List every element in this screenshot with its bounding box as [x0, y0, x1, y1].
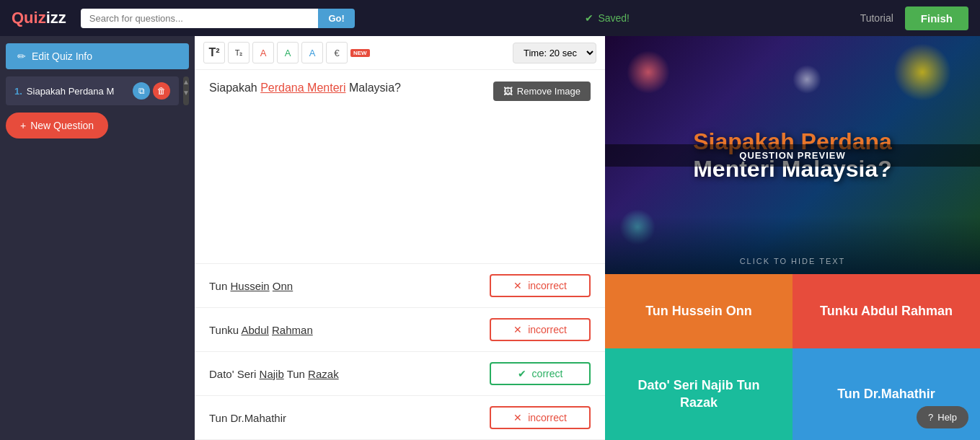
new-badge: NEW [350, 49, 370, 57]
edit-quiz-label: Edit Quiz Info [32, 50, 92, 62]
preview-background: QUESTION PREVIEW Siapakah Perdana Menter… [605, 36, 980, 274]
answer-badge-2[interactable]: ✕ incorrect [490, 318, 591, 341]
edit-quiz-button[interactable]: ✏ Edit Quiz Info [6, 43, 189, 69]
answer-status-2: incorrect [528, 324, 567, 335]
answer-status-3: correct [532, 368, 563, 379]
copy-question-button[interactable]: ⧉ [133, 82, 150, 100]
question-text-after: Malaysia? [345, 82, 400, 94]
incorrect-icon-4: ✕ [513, 412, 522, 423]
incorrect-icon-1: ✕ [513, 280, 522, 291]
firework-2 [893, 43, 951, 101]
preview-header: QUESTION PREVIEW [605, 144, 980, 167]
help-button[interactable]: ? Help [917, 406, 968, 428]
preview-image-container: QUESTION PREVIEW Siapakah Perdana Menter… [605, 36, 980, 274]
main-area: ✏ Edit Quiz Info 1. Siapakah Perdana M ⧉… [0, 36, 980, 440]
answer-badge-1[interactable]: ✕ incorrect [490, 274, 591, 297]
answer-row: Tun Hussein Onn ✕ incorrect [195, 264, 605, 308]
navbar-right: Tutorial Finish [860, 6, 968, 30]
editor-toolbar: T² T₂ A A A € NEW Time: 5 sec Time: 10 s… [195, 36, 605, 70]
help-circle-icon: ? [928, 412, 933, 423]
help-label: Help [937, 412, 957, 423]
scroll-up-icon: ▲ [181, 76, 191, 87]
answer-badge-4[interactable]: ✕ incorrect [490, 406, 591, 429]
check-saved-icon: ✔ [585, 12, 593, 24]
sidebar-scrollbar: ▲ ▼ [183, 76, 189, 105]
preview-answer-2: Tunku Abdul Rahman [793, 274, 980, 348]
preview-answer-3: Dato' Seri Najib Tun Razak [605, 348, 793, 440]
answer-status-4: incorrect [528, 412, 567, 423]
editor-panel: T² T₂ A A A € NEW Time: 5 sec Time: 10 s… [195, 36, 605, 440]
time-select[interactable]: Time: 5 sec Time: 10 sec Time: 20 sec Ti… [513, 43, 596, 63]
question-actions: ⧉ 🗑 [133, 82, 170, 100]
answer-status-1: incorrect [528, 280, 567, 291]
preview-panel: QUESTION PREVIEW Siapakah Perdana Menter… [605, 36, 980, 440]
finish-button[interactable]: Finish [905, 6, 968, 30]
firework-4 [793, 65, 821, 94]
search-go-button[interactable]: Go! [318, 9, 354, 28]
logo-q: Quiz [12, 9, 46, 27]
saved-label: Saved! [598, 12, 630, 24]
answers-section: Tun Hussein Onn ✕ incorrect Tunku Abdul … [195, 263, 605, 440]
font-color-blue-button[interactable]: A [301, 42, 323, 63]
answer-row: Tunku Abdul Rahman ✕ incorrect [195, 308, 605, 352]
remove-image-label: Remove Image [517, 86, 581, 97]
logo: Quizizz [12, 9, 66, 27]
editor-content: 🖼 Remove Image Siapakah Perdana Menteri … [195, 70, 605, 263]
incorrect-icon-2: ✕ [513, 324, 522, 335]
new-question-label: New Question [30, 120, 94, 131]
text-large-button[interactable]: T² [203, 42, 225, 63]
answer-text-4: Tun Dr.Mahathir [209, 412, 478, 424]
preview-answer-1: Tun Hussein Onn [605, 274, 793, 348]
question-text-before: Siapakah [209, 82, 260, 94]
special-char-button[interactable]: € [326, 42, 348, 63]
saved-status: ✔ Saved! [355, 12, 860, 24]
answer-row: Dato' Seri Najib Tun Razak ✔ correct [195, 352, 605, 396]
answer-row: Tun Dr.Mahathir ✕ incorrect [195, 396, 605, 440]
click-hide-text[interactable]: CLICK TO HIDE TEXT [740, 257, 846, 265]
search-input[interactable] [81, 9, 319, 28]
question-highlight: Perdana Menteri [260, 82, 345, 94]
font-color-red-button[interactable]: A [252, 42, 274, 63]
correct-icon-3: ✔ [518, 368, 526, 379]
edit-icon: ✏ [17, 50, 26, 62]
question-list-item[interactable]: 1. Siapakah Perdana M ⧉ 🗑 [6, 76, 179, 105]
font-color-green-button[interactable]: A [277, 42, 299, 63]
question-preview-text: Siapakah Perdana M [27, 86, 128, 97]
delete-question-button[interactable]: 🗑 [153, 82, 170, 100]
sidebar: ✏ Edit Quiz Info 1. Siapakah Perdana M ⧉… [0, 36, 195, 440]
answer-text-3: Dato' Seri Najib Tun Razak [209, 368, 478, 380]
answer-text-2: Tunku Abdul Rahman [209, 324, 478, 336]
tutorial-button[interactable]: Tutorial [860, 12, 893, 24]
search-bar: Go! [81, 9, 355, 28]
answer-text-1: Tun Hussein Onn [209, 280, 478, 292]
image-icon: 🖼 [503, 86, 513, 97]
logo-izz: izz [46, 9, 66, 27]
text-small-button[interactable]: T₂ [228, 42, 250, 63]
skyline-overlay [605, 216, 980, 274]
remove-image-button[interactable]: 🖼 Remove Image [493, 82, 591, 101]
navbar: Quizizz Go! ✔ Saved! Tutorial Finish [0, 0, 980, 36]
scroll-down-icon: ▼ [181, 87, 191, 98]
question-number: 1. [14, 86, 22, 97]
firework-1 [627, 50, 670, 94]
plus-icon: + [20, 120, 26, 131]
answer-badge-3[interactable]: ✔ correct [490, 362, 591, 385]
new-question-button[interactable]: + New Question [6, 113, 108, 138]
